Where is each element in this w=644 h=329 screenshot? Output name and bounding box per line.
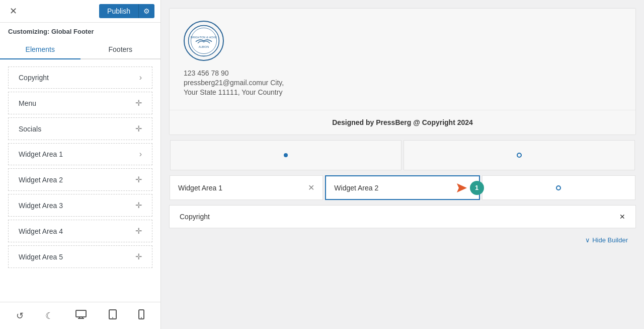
- filled-dot: [284, 153, 288, 157]
- widget-area-2-label: Widget Area 2: [334, 184, 378, 192]
- publish-area: Publish ⚙: [99, 4, 154, 18]
- close-button[interactable]: ✕: [6, 4, 20, 18]
- sidebar-item-label: Widget Area 2: [19, 176, 63, 184]
- svg-point-7: [141, 317, 142, 318]
- arrow-icon: [446, 182, 467, 193]
- sidebar-item-socials[interactable]: Socials ✛: [8, 117, 152, 140]
- move-icon: ✛: [135, 98, 142, 108]
- tab-footers[interactable]: Footers: [80, 40, 161, 59]
- dots-row: [169, 140, 636, 170]
- address2-text: Your State 11111, Your Country: [184, 88, 621, 96]
- hide-builder-bar: ∨ Hide Builder: [169, 233, 636, 247]
- chevron-right-icon: ›: [139, 150, 142, 159]
- publish-button[interactable]: Publish: [99, 4, 138, 18]
- footer-preview-block: BRIGHTON & HOVE ALBION 123 456 78 90 pre…: [169, 8, 636, 135]
- arrow-badge: 1: [446, 181, 484, 195]
- move-icon: ✛: [135, 226, 142, 236]
- move-icon: ✛: [135, 175, 142, 184]
- mobile-view-button[interactable]: [134, 307, 148, 324]
- widget-dot: [556, 185, 561, 190]
- footer-info: BRIGHTON & HOVE ALBION 123 456 78 90 pre…: [170, 9, 635, 110]
- customizing-title: Customizing: Global Footer: [0, 23, 160, 38]
- dark-mode-button[interactable]: ☾: [41, 308, 57, 323]
- sidebar-item-widget-area-5[interactable]: Widget Area 5 ✛: [8, 245, 152, 268]
- elements-list: Copyright › Menu ✛ Socials ✛ Widget Area…: [0, 59, 160, 302]
- widget-area-1-close[interactable]: ✕: [308, 183, 314, 192]
- badge-number: 1: [470, 181, 484, 195]
- sidebar-header: ✕ Publish ⚙: [0, 0, 160, 23]
- tablet-view-button[interactable]: [105, 307, 121, 324]
- chevron-right-icon: ›: [139, 73, 142, 82]
- desktop-view-button[interactable]: [71, 308, 91, 323]
- move-icon: ✛: [135, 252, 142, 261]
- tabs-row: Elements Footers: [0, 40, 160, 59]
- svg-marker-12: [446, 183, 467, 192]
- phone-text: 123 456 78 90: [184, 69, 621, 77]
- sidebar-item-widget-area-3[interactable]: Widget Area 3 ✛: [8, 194, 152, 217]
- widget-area-1-cell[interactable]: Widget Area 1 ✕: [170, 175, 323, 200]
- copyright-section[interactable]: Copyright ✕: [169, 205, 636, 228]
- svg-text:BRIGHTON & HOVE: BRIGHTON & HOVE: [191, 36, 217, 39]
- move-icon: ✛: [135, 124, 142, 134]
- svg-point-5: [112, 317, 113, 318]
- sidebar-item-label: Menu: [19, 99, 36, 107]
- sidebar-item-widget-area-4[interactable]: Widget Area 4 ✛: [8, 220, 152, 242]
- widget-area-1-label: Widget Area 1: [178, 184, 222, 192]
- copyright-label: Copyright: [180, 213, 210, 221]
- mobile-icon: [138, 309, 144, 319]
- sidebar-item-label: Widget Area 3: [19, 202, 63, 210]
- sidebar-item-label: Widget Area 4: [19, 227, 63, 235]
- copyright-bar: Designed by PressBerg @ Copyright 2024: [170, 110, 635, 135]
- undo-button[interactable]: ↺: [12, 308, 28, 323]
- sidebar-item-label: Widget Area 5: [19, 253, 63, 261]
- tablet-icon: [109, 309, 117, 319]
- widget-area-3-cell[interactable]: [482, 175, 635, 200]
- dot-section-left: [170, 140, 401, 170]
- sidebar-item-label: Copyright: [19, 74, 49, 82]
- hide-builder-label: Hide Builder: [592, 236, 628, 244]
- sidebar-item-copyright[interactable]: Copyright ›: [8, 67, 152, 89]
- chevron-down-icon: ∨: [585, 236, 590, 244]
- svg-rect-0: [76, 310, 86, 317]
- sidebar-item-widget-area-2[interactable]: Widget Area 2 ✛: [8, 168, 152, 191]
- desktop-icon: [75, 310, 87, 319]
- sidebar-item-label: Widget Area 1: [19, 150, 63, 158]
- sidebar-item-widget-area-1[interactable]: Widget Area 1 ›: [8, 143, 152, 165]
- copyright-close[interactable]: ✕: [619, 213, 625, 221]
- sidebar-bottom-toolbar: ↺ ☾: [0, 302, 160, 329]
- address-text: pressberg21@gmail.comur City,: [184, 79, 621, 87]
- tab-elements[interactable]: Elements: [0, 40, 80, 59]
- widget-areas-row: Widget Area 1 ✕ Widget Area 2 1: [169, 175, 636, 200]
- dot-section-right: [404, 140, 635, 170]
- club-logo: BRIGHTON & HOVE ALBION: [184, 21, 224, 61]
- sidebar-item-label: Socials: [19, 125, 41, 133]
- move-icon: ✛: [135, 201, 142, 210]
- sidebar: ✕ Publish ⚙ Customizing: Global Footer E…: [0, 0, 161, 329]
- sidebar-item-menu[interactable]: Menu ✛: [8, 92, 152, 114]
- hide-builder-button[interactable]: ∨ Hide Builder: [585, 236, 628, 244]
- outline-dot: [517, 153, 522, 158]
- logo-svg: BRIGHTON & HOVE ALBION: [188, 25, 220, 57]
- publish-settings-button[interactable]: ⚙: [138, 4, 154, 18]
- widget-area-2-cell[interactable]: Widget Area 2 1: [325, 175, 479, 200]
- main-preview: BRIGHTON & HOVE ALBION 123 456 78 90 pre…: [161, 0, 644, 329]
- svg-text:ALBION: ALBION: [199, 45, 209, 48]
